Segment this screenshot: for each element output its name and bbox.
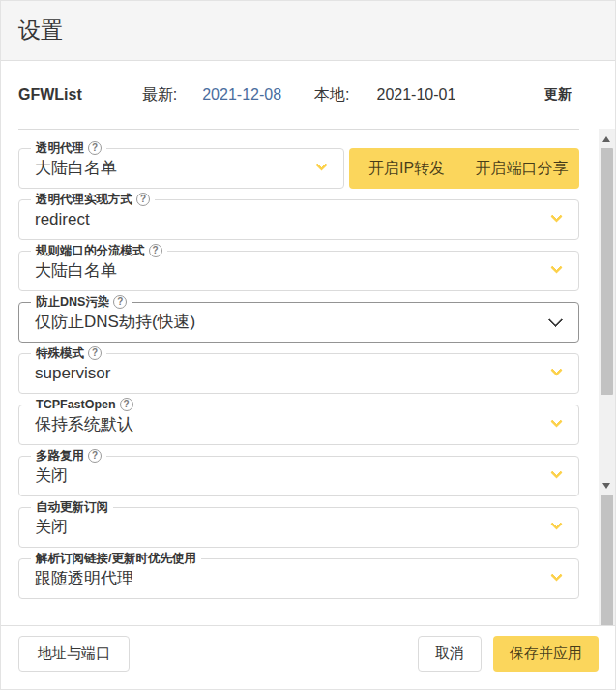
cancel-button[interactable]: 取消: [418, 636, 482, 672]
scrollbar-track[interactable]: [599, 129, 615, 625]
field-label: 规则端口的分流模式 ?: [31, 242, 167, 259]
save-and-apply-button[interactable]: 保存并应用: [493, 636, 599, 672]
field-label: 透明代理实现方式 ?: [31, 191, 155, 208]
enable-port-sharing-button[interactable]: 开启端口分享: [464, 148, 579, 189]
field-row: 多路复用 ? 关闭: [18, 456, 579, 496]
proxy-action-buttons: 开启IP转发 开启端口分享: [349, 148, 579, 189]
field-row: 防止DNS污染 ? 仅防止DNS劫持(快速): [18, 302, 579, 343]
select-anti-dns-pollution[interactable]: 防止DNS污染 ? 仅防止DNS劫持(快速): [18, 302, 579, 343]
transparent-proxy-row: 透明代理 ? 大陆白名单 开启IP转发 开启端口分享: [18, 148, 579, 189]
latest-date-link[interactable]: 2021-12-08: [202, 86, 281, 104]
field-label: 防止DNS污染 ?: [31, 293, 132, 311]
field-row: 自动更新订阅 关闭: [18, 507, 579, 548]
scroll-up-arrow-icon[interactable]: [602, 136, 610, 142]
field-label: 透明代理 ?: [31, 139, 106, 157]
latest-label: 最新:: [142, 85, 177, 105]
scrollbar-thumb[interactable]: [601, 148, 613, 395]
help-icon: ?: [136, 193, 150, 206]
dialog-footer: 地址与端口 取消 保存并应用: [1, 625, 616, 690]
address-and-ports-button[interactable]: 地址与端口: [18, 636, 130, 672]
select-auto-update-subscription[interactable]: 自动更新订阅 关闭: [18, 507, 579, 548]
select-tcp-fast-open[interactable]: TCPFastOpen ? 保持系统默认: [18, 405, 579, 445]
settings-form: 透明代理 ? 大陆白名单 开启IP转发 开启端口分享 透明代理实现方式 ?: [18, 148, 579, 599]
help-icon: ?: [88, 141, 102, 155]
scrollbar-thumb[interactable]: [601, 495, 613, 625]
scroll-down-arrow-icon[interactable]: [602, 483, 610, 489]
local-date: 2021-10-01: [377, 86, 456, 104]
field-label: 解析订阅链接/更新时优先使用: [31, 550, 201, 567]
gfwlist-name: GFWList: [18, 86, 82, 104]
help-icon: ?: [113, 295, 127, 309]
field-label: 特殊模式 ?: [31, 345, 106, 362]
help-icon: ?: [149, 244, 162, 257]
gfwlist-row: GFWList 最新: 2021-12-08 本地: 2021-10-01 更新: [18, 80, 579, 109]
divider: [18, 129, 579, 130]
select-mux[interactable]: 多路复用 ? 关闭: [18, 456, 579, 496]
field-row: 解析订阅链接/更新时优先使用 跟随透明代理: [18, 558, 579, 599]
enable-ip-forward-button[interactable]: 开启IP转发: [349, 148, 464, 189]
field-label: 多路复用 ?: [31, 447, 106, 465]
select-rule-port-pattern[interactable]: 规则端口的分流模式 ? 大陆白名单: [18, 251, 579, 291]
settings-dialog: 设置 GFWList 最新: 2021-12-08 本地: 2021-10-01…: [1, 1, 616, 690]
field-row: 透明代理实现方式 ? redirect: [18, 199, 579, 240]
help-icon: ?: [120, 398, 133, 411]
select-transparent-proxy-impl[interactable]: 透明代理实现方式 ? redirect: [18, 199, 579, 240]
help-icon: ?: [88, 346, 102, 360]
select-subscription-resolve-priority[interactable]: 解析订阅链接/更新时优先使用 跟随透明代理: [18, 558, 579, 599]
select-transparent-proxy[interactable]: 透明代理 ? 大陆白名单: [18, 148, 344, 189]
field-row: 规则端口的分流模式 ? 大陆白名单: [18, 251, 579, 291]
local-label: 本地:: [314, 85, 349, 105]
dialog-body: GFWList 最新: 2021-12-08 本地: 2021-10-01 更新…: [1, 61, 616, 625]
field-label: 自动更新订阅: [31, 498, 113, 516]
select-special-mode[interactable]: 特殊模式 ? supervisor: [18, 353, 579, 394]
field-row: TCPFastOpen ? 保持系统默认: [18, 405, 579, 445]
update-gfwlist-button[interactable]: 更新: [544, 86, 572, 104]
dialog-header: 设置: [1, 1, 616, 61]
help-icon: ?: [88, 449, 102, 463]
dialog-title: 设置: [18, 15, 63, 45]
field-label: TCPFastOpen ?: [31, 396, 138, 413]
field-row: 特殊模式 ? supervisor: [18, 353, 579, 394]
